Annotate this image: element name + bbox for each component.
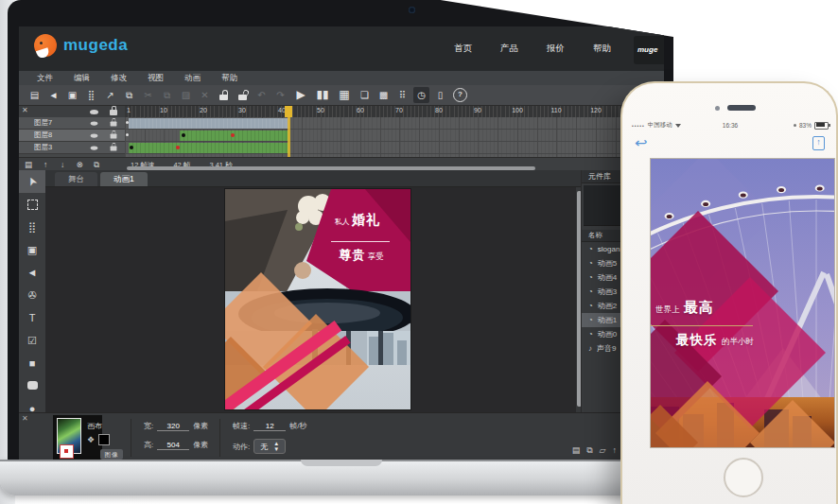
lock-icon[interactable] — [111, 146, 117, 150]
paint-bucket-icon[interactable]: ❖ — [87, 435, 95, 444]
duplicate-layer-icon[interactable]: ⧉ — [91, 159, 102, 170]
playhead-handle[interactable] — [285, 106, 292, 117]
action-keyframe-dot[interactable] — [231, 133, 235, 137]
frame-row[interactable] — [125, 142, 664, 154]
canvas-action-icons: ▤⧉▱↑ — [572, 445, 617, 456]
menu-item[interactable]: 视图 — [137, 73, 174, 84]
copy-icon[interactable]: ⧉ — [159, 87, 175, 103]
clock-icon[interactable]: ◷ — [413, 87, 429, 103]
menu-item[interactable]: 修改 — [100, 73, 137, 84]
stop-icon[interactable]: ▦ — [335, 87, 354, 103]
layer-row[interactable]: 图层7 — [19, 117, 125, 130]
grid-settings-icon[interactable]: ⠿ — [394, 87, 410, 103]
rounded-rect-tool[interactable] — [19, 374, 45, 397]
delete-layer-icon[interactable]: ⊗ — [74, 159, 85, 170]
keyframe-dot[interactable] — [182, 133, 185, 137]
visibility-column-icon[interactable] — [90, 110, 98, 114]
ad-slogan-line2: 尊贵 享受 — [316, 247, 407, 264]
upload-icon[interactable]: ↑ — [613, 445, 618, 456]
help-icon[interactable]: ? — [453, 88, 467, 102]
play-icon[interactable]: ▶ — [291, 87, 310, 103]
image-tool[interactable]: ▣ — [19, 238, 45, 261]
close-properties-icon[interactable]: ✕ — [22, 414, 28, 423]
copy-canvas-icon[interactable]: ⧉ — [586, 445, 592, 456]
phone-screen-ad[interactable]: 世界上 最高 最快乐 的半小时 — [650, 158, 835, 448]
checkbox-tool[interactable]: ☑ — [19, 329, 45, 352]
tween-span[interactable] — [129, 118, 289, 129]
rect-tool[interactable]: ■ — [19, 352, 45, 374]
fps-field[interactable]: 12 — [253, 422, 286, 431]
frame-span[interactable] — [180, 130, 290, 141]
layer-row[interactable]: 图层3 — [19, 142, 125, 154]
paste-style-icon[interactable]: ▱ — [600, 445, 606, 456]
paste-icon[interactable]: ▨ — [178, 87, 194, 103]
audio-tool[interactable]: ◄ — [19, 261, 45, 284]
eye-icon[interactable] — [91, 146, 98, 149]
share-icon[interactable]: ↑ — [812, 136, 825, 150]
menu-item[interactable]: 帮助 — [211, 73, 248, 84]
width-field[interactable]: 320 — [157, 422, 189, 431]
export-icon[interactable]: ↗ — [102, 87, 118, 103]
components-tool[interactable]: ⣿ — [19, 216, 45, 238]
tab-stage[interactable]: 舞台 — [55, 172, 97, 186]
save-icon[interactable]: ▣ — [64, 87, 80, 103]
marquee-tool[interactable] — [19, 193, 45, 216]
frame-row[interactable] — [125, 117, 664, 130]
mugeda-logo[interactable]: mugeda — [34, 34, 128, 57]
account-button[interactable]: muge — [634, 36, 664, 64]
action-keyframe-dot[interactable] — [176, 146, 180, 149]
earpiece-speaker — [727, 105, 756, 111]
site-nav-item[interactable]: 帮助 — [593, 43, 611, 55]
move-layer-down-icon[interactable]: ↓ — [57, 159, 68, 170]
record-button[interactable] — [60, 444, 74, 459]
stage-canvas[interactable]: 私人 婚礼 尊贵 享受 — [45, 187, 576, 412]
phone-preview-icon[interactable]: ▯ — [432, 87, 448, 103]
menu-item[interactable]: 动画 — [174, 73, 211, 84]
menu-item[interactable]: 文件 — [26, 73, 63, 84]
qr-preview-icon[interactable]: ▩ — [375, 87, 392, 103]
frame-ruler[interactable]: 1102030405060708090100110120130 — [125, 106, 664, 117]
background-color-swatch[interactable] — [98, 434, 110, 445]
layer-row[interactable]: 图层8 — [19, 130, 125, 142]
move-layer-up-icon[interactable]: ↑ — [40, 159, 51, 170]
add-layer-icon[interactable]: ▤ — [23, 159, 34, 170]
export-image-icon[interactable]: ▤ — [572, 445, 581, 456]
lock-column-icon[interactable] — [110, 110, 117, 115]
lock-icon[interactable] — [111, 133, 117, 138]
site-nav-item[interactable]: 首页 — [454, 43, 472, 55]
import-audio-icon[interactable]: ◄ — [45, 87, 61, 103]
frame-row[interactable] — [125, 130, 664, 142]
new-file-icon[interactable]: ▤ — [26, 87, 43, 103]
action-dropdown[interactable]: 无 ▲▼ — [253, 439, 286, 454]
site-nav-item[interactable]: 产品 — [500, 43, 518, 55]
delete-icon[interactable]: ✕ — [197, 87, 213, 103]
eye-icon[interactable] — [91, 133, 98, 137]
frame-span[interactable] — [129, 143, 290, 153]
keyframe-dot[interactable] — [130, 146, 133, 149]
close-timeline-icon[interactable]: ✕ — [22, 106, 28, 114]
site-nav-item[interactable]: 报价 — [547, 43, 565, 55]
lock-icon[interactable] — [216, 87, 232, 103]
undo-icon[interactable]: ↶ — [253, 87, 270, 103]
laptop-base — [0, 460, 728, 495]
lock-icon[interactable] — [111, 121, 117, 126]
eye-icon[interactable] — [91, 121, 98, 125]
text-tool[interactable]: T — [19, 306, 45, 329]
back-icon[interactable]: ↩ — [635, 135, 647, 150]
redo-icon[interactable]: ↷ — [272, 87, 288, 103]
image-mode-button[interactable]: 图像 — [100, 449, 123, 460]
video-tool[interactable]: ✇ — [19, 284, 45, 306]
pause-icon[interactable]: ▮▮ — [313, 87, 332, 103]
menu-item[interactable]: 编辑 — [63, 73, 100, 84]
preview-comment-icon[interactable]: ❏ — [357, 87, 373, 103]
unlock-icon[interactable] — [235, 87, 251, 103]
duplicate-page-icon[interactable]: ⧉ — [121, 87, 137, 103]
height-field[interactable]: 504 — [157, 441, 189, 450]
cut-icon[interactable]: ✂ — [140, 87, 156, 103]
wedding-ad-artwork[interactable]: 私人 婚礼 尊贵 享受 — [225, 189, 410, 409]
height-label: 高: — [144, 440, 153, 450]
components-icon[interactable]: ⣿ — [83, 87, 99, 103]
tab-animation1[interactable]: 动画1 — [100, 172, 148, 186]
home-button[interactable] — [724, 458, 763, 497]
select-tool[interactable]: ➤ — [19, 170, 45, 193]
